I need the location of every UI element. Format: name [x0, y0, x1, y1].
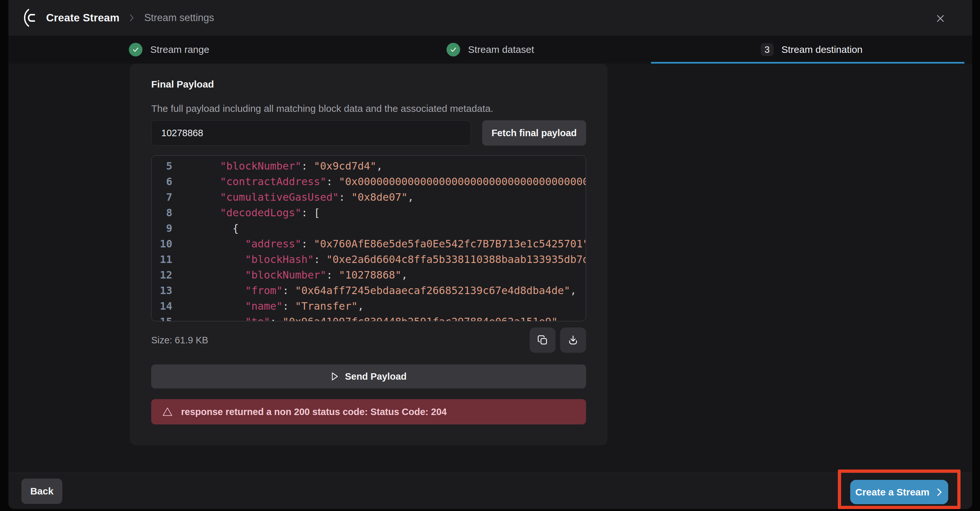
code-line: 13 "from": "0x64aff7245ebdaaecaf26685213… [151, 283, 586, 298]
error-banner: response returned a non 200 status code:… [151, 399, 586, 424]
step-content-area: Final Payload The full payload including… [8, 63, 972, 473]
create-stream-button[interactable]: Create a Stream [850, 480, 948, 504]
code-text: "contractAddress": "0x000000000000000000… [195, 174, 586, 189]
copy-payload-button[interactable] [530, 327, 555, 353]
check-icon [129, 43, 142, 56]
line-number: 12 [151, 267, 172, 283]
payload-fetch-row: Fetch final payload [151, 120, 586, 146]
code-text: "cumulativeGasUsed": "0x8de07", [195, 189, 414, 205]
download-payload-button[interactable] [560, 327, 586, 353]
code-line: 7 "cumulativeGasUsed": "0x8de07", [151, 189, 586, 205]
modal-header: Create Stream Stream settings [8, 0, 972, 36]
code-text: "blockNumber": "10278868", [195, 267, 407, 283]
block-number-input[interactable] [151, 120, 471, 146]
line-number: 15 [151, 314, 172, 321]
breadcrumb: Stream settings [144, 12, 214, 24]
tab-stream-destination[interactable]: 3 Stream destination [651, 36, 972, 63]
line-number: 14 [151, 298, 172, 314]
warning-triangle-icon [162, 407, 173, 417]
section-title: Final Payload [151, 78, 586, 90]
fetch-final-payload-button[interactable]: Fetch final payload [482, 120, 586, 146]
code-text: { [195, 221, 239, 236]
create-stream-modal-screen: Create Stream Stream settings Stream ran… [0, 0, 980, 511]
close-button[interactable] [933, 11, 948, 25]
tab-stream-range[interactable]: Stream range [8, 36, 330, 63]
final-payload-card: Final Payload The full payload including… [130, 63, 608, 445]
code-line: 10 "address": "0x760AfE86e5de5fa0Ee542fc… [151, 236, 586, 252]
payload-code-viewer[interactable]: 5 "blockNumber": "0x9cd7d4",6 "contractA… [151, 155, 586, 321]
chevron-right-icon [936, 488, 943, 497]
code-line: 11 "blockHash": "0xe2a6d6604c8ffa5b33811… [151, 252, 586, 267]
page-title: Create Stream [46, 12, 119, 24]
step-label: Stream range [150, 44, 209, 55]
payload-size-label: Size: 61.9 KB [151, 335, 208, 346]
code-line: 12 "blockNumber": "10278868", [151, 267, 586, 283]
code-text: "from": "0x64aff7245ebdaaecaf266852139c6… [195, 283, 576, 298]
line-number: 7 [151, 189, 172, 205]
code-text: "name": "Transfer", [195, 298, 364, 314]
code-text: "blockNumber": "0x9cd7d4", [195, 158, 383, 174]
code-line: 14 "name": "Transfer", [151, 298, 586, 314]
tab-stream-dataset[interactable]: Stream dataset [330, 36, 651, 63]
create-stream-modal: Create Stream Stream settings Stream ran… [8, 0, 972, 509]
code-line: 15 "to": "0x96a41097fc839448b2591fac2978… [151, 314, 586, 321]
check-icon [447, 43, 460, 56]
code-text: "to": "0x96a41097fc839448b2591fac297884e… [195, 314, 564, 321]
play-icon [331, 371, 339, 381]
step-label: Stream destination [781, 44, 862, 55]
annotation-highlight-box: Create a Stream [838, 470, 961, 509]
send-payload-button[interactable]: Send Payload [151, 365, 586, 389]
code-text: "decodedLogs": [ [195, 205, 320, 221]
breadcrumb-chevron-icon [129, 13, 135, 23]
code-line: 9 { [151, 221, 586, 236]
step-number-badge: 3 [760, 43, 774, 56]
streams-logo-icon [22, 8, 37, 27]
step-label: Stream dataset [468, 44, 534, 55]
line-number: 6 [151, 174, 172, 189]
close-icon [935, 14, 945, 23]
line-number: 5 [151, 158, 172, 174]
payload-meta-row: Size: 61.9 KB [151, 327, 586, 353]
back-button[interactable]: Back [21, 479, 62, 504]
modal-footer: Back [8, 473, 972, 509]
code-text: "address": "0x760AfE86e5de5fa0Ee542fc7B7… [195, 236, 586, 252]
line-number: 8 [151, 205, 172, 221]
section-description: The full payload including all matching … [151, 102, 586, 115]
send-payload-label: Send Payload [345, 371, 407, 382]
code-line: 5 "blockNumber": "0x9cd7d4", [151, 158, 586, 174]
code-line: 6 "contractAddress": "0x0000000000000000… [151, 174, 586, 189]
create-stream-label: Create a Stream [855, 487, 929, 498]
code-line: 8 "decodedLogs": [ [151, 205, 586, 221]
line-number: 11 [151, 252, 172, 267]
step-bar: Stream range Stream dataset 3 Stream des… [8, 36, 972, 63]
line-number: 13 [151, 283, 172, 298]
copy-icon [537, 335, 548, 346]
download-icon [568, 335, 579, 346]
code-text: "blockHash": "0xe2a6d6604c8ffa5b33811038… [195, 252, 586, 267]
line-number: 10 [151, 236, 172, 252]
error-message: response returned a non 200 status code:… [181, 406, 447, 417]
line-number: 9 [151, 221, 172, 236]
